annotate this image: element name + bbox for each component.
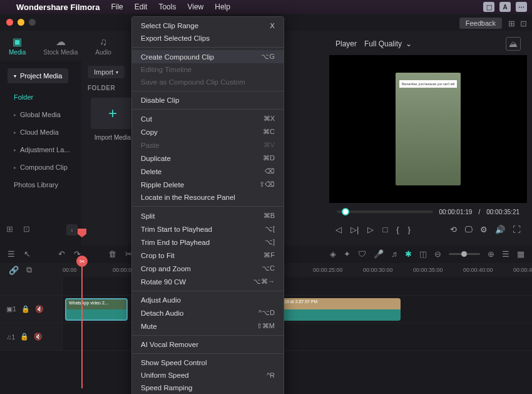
cm-adjust-audio[interactable]: Adjust Audio [132,294,284,306]
zoom-handle[interactable] [461,251,467,257]
tab-media[interactable]: ▣ Media [6,33,28,58]
mute-track-icon[interactable]: 🔇 [34,333,43,341]
video-preview[interactable]: Remember, just because you can't tell [329,55,527,203]
lock-icon[interactable]: 🔒 [20,333,29,341]
cm-ai-vocal-remover[interactable]: AI Vocal Remover [132,338,284,351]
cm-uniform-speed[interactable]: Uniform Speed^R [132,369,284,381]
crop-icon[interactable]: ◫ [419,249,427,259]
cm-duplicate[interactable]: Duplicate⌘D [132,152,284,165]
close-icon[interactable]: X [270,22,275,29]
stop-icon[interactable]: □ [382,225,387,234]
cm-mute[interactable]: Mute⇧⌘M [132,319,284,333]
menubar-extra-icon[interactable]: ⋯ [516,2,527,12]
marker-icon[interactable]: ◈ [330,249,336,259]
layout-icon[interactable]: ⊞ [508,19,515,28]
cm-create-compound-clip[interactable]: Create Compound Clip⌥G [132,50,284,63]
sidebar-item-compound-clip[interactable]: ▸Compound Clip [3,158,79,176]
auto-icon[interactable]: ✱ [405,249,412,259]
playhead[interactable]: ✂ [81,263,83,388]
sidebar-item-global-media[interactable]: ▸Global Media [3,106,79,123]
menubar-app-icon[interactable]: ⬚ [483,2,494,12]
cm-cut[interactable]: Cut⌘X [132,112,284,125]
cm-export-selected-clips[interactable]: Export Selected Clips [132,32,284,44]
video-track-icon[interactable]: ▣1 [6,305,16,313]
scrub-track[interactable] [337,210,433,213]
sidebar-item-photos-library[interactable]: Photos Library [3,176,79,194]
menu-tools[interactable]: Tools [158,3,176,11]
mute-track-icon[interactable]: 🔇 [35,305,44,313]
quality-dropdown[interactable]: Full Quality ⌄ [364,39,412,48]
playhead-scissors-icon[interactable]: ✂ [76,256,88,267]
effect-icon[interactable]: ✦ [344,249,350,259]
app-title[interactable]: Wondershare Filmora [16,3,100,12]
snapshot-icon[interactable]: ⛰ [506,37,521,51]
tab-audio[interactable]: ♫ Audio [93,34,114,58]
undo-icon[interactable]: ↶ [58,249,65,259]
play-icon[interactable]: ▷ [367,225,374,234]
cm-rotate-90-cw[interactable]: Rotate 90 CW⌥⌘→ [132,275,284,288]
window-maximize-button[interactable] [29,19,36,26]
lock-icon[interactable]: 🔒 [21,305,30,313]
tab-stock-media[interactable]: ☁ Stock Media [41,33,80,58]
selection-tool-icon[interactable]: ↖ [24,249,31,259]
cm-crop-and-zoom[interactable]: Crop and Zoom⌥C [132,262,284,275]
magnet-icon[interactable]: ⧉ [26,265,32,275]
cm-select-clip-range[interactable]: Select Clip RangeX [132,19,284,32]
cm-trim-start[interactable]: Trim Start to Playhead⌥[ [132,222,284,236]
cm-copy[interactable]: Copy⌘C [132,125,284,138]
zoom-slider[interactable] [449,253,480,255]
menu-view[interactable]: View [187,3,203,11]
folder-add-icon[interactable]: ⊞ [6,224,13,234]
audio-track-icon[interactable]: ♫1 [6,333,15,341]
project-media-button[interactable]: ▾ Project Media [8,68,68,83]
cm-speed-ramping[interactable]: Speed Ramping [132,381,284,394]
settings-icon[interactable]: ⚙ [480,225,488,234]
cm-disable-clip[interactable]: Disable Clip [132,94,284,106]
volume-icon[interactable]: 🔊 [495,225,505,234]
grid-view-icon[interactable]: ▦ [517,249,524,259]
cm-locate-resource[interactable]: Locate in the Resource Panel [132,191,284,204]
import-media-button[interactable]: + Import Media [88,98,138,141]
cm-trim-end[interactable]: Trim End to Playhead⌥] [132,236,284,249]
import-dropdown[interactable]: Import ▾ [88,66,125,78]
cm-crop-to-fit[interactable]: Crop to Fit⌘F [132,249,284,262]
music-icon[interactable]: ♬ [391,249,397,259]
fullscreen-icon[interactable]: ⛶ [513,225,521,234]
tab-stock-label: Stock Media [43,49,78,56]
export-icon[interactable]: ⊡ [520,19,527,28]
shield-icon[interactable]: 🛡 [358,249,366,259]
display-icon[interactable]: 🖵 [464,225,473,234]
menu-help[interactable]: Help [215,3,230,11]
cm-ripple-delete[interactable]: Ripple Delete⇧⌫ [132,178,284,191]
zoom-in-icon[interactable]: ⊕ [488,249,494,259]
collapse-sidebar-button[interactable]: ‹ [66,224,78,236]
video-clip-2[interactable]: 09-28 at 2.07.57 PM [275,298,401,321]
loop-icon[interactable]: ⟲ [450,225,457,234]
mic-icon[interactable]: 🎤 [374,249,384,259]
cm-delete[interactable]: Delete⌫ [132,165,284,178]
sidebar-item-adjustment-layer[interactable]: ▸Adjustment La... [3,141,79,158]
play-step-icon[interactable]: ▷| [350,225,359,234]
mark-out-icon[interactable]: } [408,225,411,234]
track-options-icon[interactable]: ☰ [8,249,15,259]
menu-file[interactable]: File [111,3,123,11]
window-close-button[interactable] [6,19,13,26]
scrub-handle[interactable] [342,208,349,215]
video-clip-1[interactable]: WhatsApp video 2... [65,298,128,321]
folder-active-item[interactable]: Folder [3,88,79,106]
prev-frame-icon[interactable]: ◁ [335,225,342,234]
cm-detach-audio[interactable]: Detach Audio^⌥D [132,306,284,319]
cm-show-speed-control[interactable]: Show Speed Control [132,356,284,369]
zoom-out-icon[interactable]: ⊖ [434,249,441,259]
sidebar-item-cloud-media[interactable]: ▸Cloud Media [3,123,79,141]
mark-in-icon[interactable]: { [396,225,399,234]
delete-icon[interactable]: 🗑 [108,249,116,259]
cm-split[interactable]: Split⌘B [132,209,284,222]
menu-edit[interactable]: Edit [135,3,148,11]
link-icon[interactable]: 🔗 [9,266,19,275]
list-view-icon[interactable]: ☰ [502,249,509,259]
folder-icon[interactable]: ⊡ [23,224,30,234]
window-minimize-button[interactable] [18,19,24,26]
feedback-button[interactable]: Feedback [459,18,502,29]
menubar-a-icon[interactable]: A [499,2,511,12]
